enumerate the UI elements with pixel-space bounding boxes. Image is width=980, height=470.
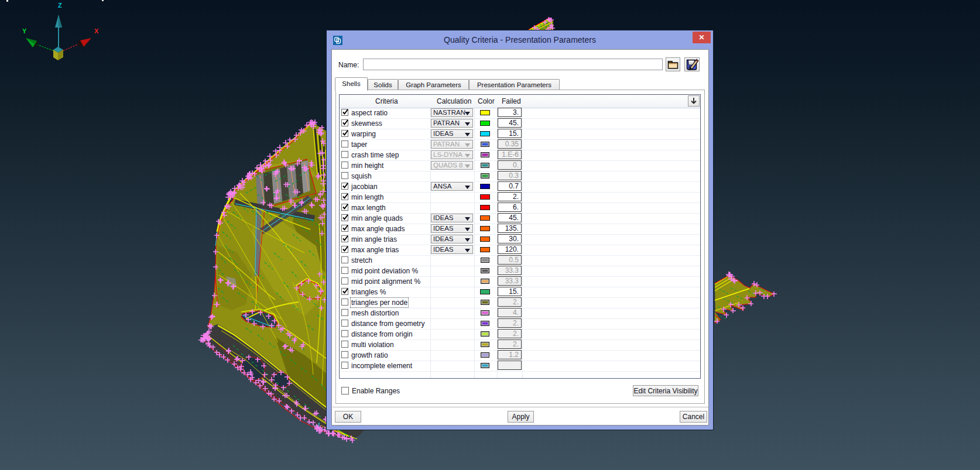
svg-text:X: X <box>94 28 99 35</box>
svg-text:Y: Y <box>22 28 27 35</box>
svg-text:Z: Z <box>58 2 62 9</box>
